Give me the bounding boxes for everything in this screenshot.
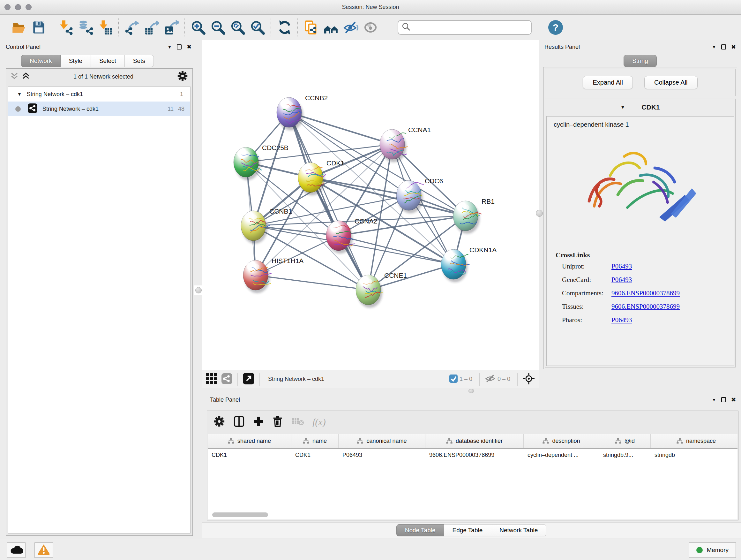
- network-row[interactable]: String Network – cdk1 11 48: [8, 102, 190, 116]
- network-edge[interactable]: [289, 112, 392, 144]
- tab-select[interactable]: Select: [91, 55, 125, 67]
- zoom-in-button[interactable]: [188, 17, 208, 37]
- first-neighbors-button[interactable]: [321, 17, 341, 37]
- maximize-panel-icon[interactable]: [177, 44, 182, 50]
- network-edge[interactable]: [368, 264, 454, 290]
- export-table-button[interactable]: [142, 17, 161, 37]
- crosslink-link[interactable]: P06493: [611, 276, 632, 284]
- node-label: CCNE1: [384, 272, 407, 279]
- memory-button[interactable]: Memory: [689, 543, 736, 558]
- crosslink-link[interactable]: P06493: [611, 262, 632, 270]
- expand-all-button[interactable]: Expand All: [583, 76, 633, 89]
- grid-view-icon[interactable]: [206, 373, 217, 385]
- zoom-out-button[interactable]: [208, 17, 228, 37]
- expand-all-networks-icon[interactable]: [22, 72, 30, 81]
- warnings-button[interactable]: [35, 543, 53, 558]
- help-button[interactable]: ?: [546, 17, 565, 37]
- float-panel-icon[interactable]: ▼: [167, 45, 172, 50]
- open-session-button[interactable]: [9, 17, 29, 37]
- table-row[interactable]: CDK1CDK1P064939606.ENSP00000378699cyclin…: [208, 449, 738, 462]
- refresh-view-button[interactable]: [274, 17, 294, 37]
- column-header--id[interactable]: @id: [599, 434, 651, 448]
- float-panel-icon[interactable]: ▼: [712, 397, 716, 402]
- add-column-icon[interactable]: [253, 416, 264, 428]
- clone-network-button[interactable]: [301, 17, 321, 37]
- column-header-shared-name[interactable]: shared name: [208, 434, 291, 448]
- cloud-status-button[interactable]: [7, 543, 25, 558]
- column-header-canonical-name[interactable]: canonical name: [339, 434, 425, 448]
- close-panel-icon[interactable]: ✖: [731, 44, 736, 51]
- tab-edge-table[interactable]: Edge Table: [444, 524, 491, 537]
- hidden-elements-icon[interactable]: [485, 374, 495, 385]
- network-collection-row[interactable]: ▼ String Network – cdk1 1: [8, 87, 190, 102]
- open-in-browser-icon[interactable]: [243, 373, 254, 386]
- section-collapse-icon[interactable]: ▼: [620, 105, 625, 110]
- table-options-gear-icon[interactable]: [213, 416, 225, 428]
- collapse-all-button[interactable]: Collapse All: [644, 76, 697, 89]
- import-network-file-button[interactable]: [56, 17, 75, 37]
- close-panel-icon[interactable]: ✖: [187, 44, 192, 51]
- crosslink-link[interactable]: 9606.ENSP00000378699: [611, 303, 680, 310]
- vertical-splitter-grip[interactable]: [536, 210, 543, 217]
- show-columns-icon[interactable]: [233, 416, 245, 428]
- show-all-button[interactable]: [360, 17, 381, 37]
- selected-nodes-checkbox[interactable]: [449, 374, 458, 384]
- table-horizontal-scrollbar[interactable]: [208, 512, 737, 518]
- tab-sets[interactable]: Sets: [125, 55, 154, 67]
- import-table-file-button[interactable]: [95, 17, 115, 37]
- network-node-cdkn1a[interactable]: CDKN1A: [441, 246, 496, 282]
- network-node-cdk1[interactable]: CDK1: [298, 159, 344, 195]
- table-cell[interactable]: stringdb:9...: [599, 452, 651, 458]
- table-cell[interactable]: stringdb: [651, 452, 741, 458]
- table-cell[interactable]: P06493: [339, 452, 425, 458]
- horizontal-splitter[interactable]: [202, 388, 741, 393]
- network-graph[interactable]: CCNB2 CCNA1 CDC25B CDK1 CDC6 R: [202, 40, 540, 370]
- string-style-icon[interactable]: [221, 373, 232, 385]
- vertical-splitter-grip[interactable]: [194, 286, 203, 295]
- table-cell[interactable]: CDK1: [291, 452, 339, 458]
- collapse-all-networks-icon[interactable]: [10, 72, 18, 81]
- maximize-panel-icon[interactable]: [721, 44, 726, 50]
- tab-network[interactable]: Network: [21, 55, 61, 67]
- network-node-rb1[interactable]: RB1: [453, 198, 495, 234]
- save-session-button[interactable]: [29, 17, 49, 37]
- network-node-ccne1[interactable]: CCNE1: [356, 272, 407, 308]
- scrollbar-thumb[interactable]: [212, 512, 268, 517]
- maximize-panel-icon[interactable]: [721, 397, 726, 402]
- table-cell[interactable]: CDK1: [208, 452, 291, 458]
- main-toolbar: ?: [0, 15, 741, 40]
- table-cell[interactable]: cyclin–dependent ...: [524, 452, 599, 458]
- tab-network-table[interactable]: Network Table: [491, 524, 546, 537]
- network-edge[interactable]: [339, 236, 454, 264]
- network-view-title: String Network – cdk1: [268, 376, 324, 382]
- column-header-name[interactable]: name: [291, 434, 339, 448]
- import-network-database-button[interactable]: [75, 17, 95, 37]
- network-node-ccnb1[interactable]: CCNB1: [241, 207, 292, 244]
- column-header-description[interactable]: description: [524, 434, 599, 448]
- search-field[interactable]: [398, 20, 532, 35]
- hide-selected-button[interactable]: [341, 17, 360, 37]
- export-image-button[interactable]: [161, 17, 181, 37]
- tab-node-table[interactable]: Node Table: [396, 524, 444, 537]
- crosslink-link[interactable]: 9606.ENSP00000378699: [611, 289, 680, 297]
- network-view-canvas[interactable]: CCNB2 CCNA1 CDC25B CDK1 CDC6 R: [202, 40, 539, 370]
- tree-expand-icon[interactable]: ▼: [17, 91, 22, 97]
- network-edge[interactable]: [256, 236, 339, 275]
- tab-style[interactable]: Style: [61, 55, 91, 67]
- network-options-gear-icon[interactable]: [177, 71, 188, 83]
- float-panel-icon[interactable]: ▼: [712, 45, 716, 50]
- birdseye-view-icon[interactable]: [523, 373, 535, 386]
- table-cell[interactable]: 9606.ENSP00000378699: [425, 452, 524, 458]
- delete-column-icon[interactable]: [272, 416, 283, 428]
- column-header-database-identifier[interactable]: database identifier: [425, 434, 524, 448]
- zoom-fit-button[interactable]: [228, 17, 248, 37]
- zoom-selected-button[interactable]: [248, 17, 267, 37]
- close-panel-icon[interactable]: ✖: [731, 396, 736, 403]
- column-header-namespace[interactable]: namespace: [651, 434, 741, 448]
- network-node-hist1h1a[interactable]: HIST1H1A: [243, 257, 304, 293]
- crosslink-link[interactable]: P06493: [611, 316, 632, 324]
- search-input[interactable]: [411, 24, 526, 30]
- network-edge[interactable]: [256, 275, 368, 290]
- export-network-button[interactable]: [122, 17, 142, 37]
- tab-string[interactable]: String: [623, 55, 657, 67]
